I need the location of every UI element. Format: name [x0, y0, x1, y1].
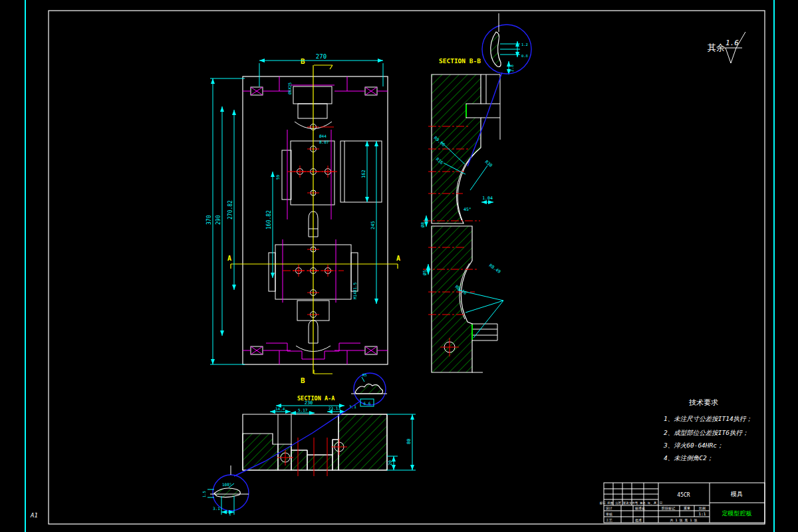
stage-label: 阶段标记: [662, 506, 675, 511]
svg-text:3.1: 3.1: [213, 506, 220, 511]
svg-text:45°: 45°: [464, 207, 471, 212]
dim-left-2: 290: [215, 215, 221, 225]
row-approve: 批准: [635, 518, 642, 523]
note-item-3: 3、淬火60-64HRc；: [663, 442, 723, 449]
svg-text:1: 1: [229, 511, 231, 516]
surface-prefix: 其余: [708, 43, 725, 53]
section-aa-view: SECTION A-A 230 14.4 5.17 23.13 8: [243, 395, 416, 476]
section-bb-title: SECTION B-B: [439, 57, 481, 65]
section-a-right-label: A: [396, 255, 400, 262]
title-block: 标记 处数 分区 更改文件号 签名 年、月、日 设计 标准化 审核 工艺 批准 …: [599, 483, 765, 523]
svg-text:5.17: 5.17: [298, 408, 308, 412]
note-item-4: 4、未注倒角C2；: [664, 454, 713, 462]
dim-cavity-1: Ø44: [319, 134, 327, 138]
scale-value: 1:1: [699, 511, 706, 516]
section-a-left-label: A: [227, 255, 231, 262]
company-name: 模具: [730, 491, 743, 497]
section-b-bottom-label: B: [301, 376, 305, 385]
row-std: 标准化: [634, 506, 645, 511]
svg-text:20: 20: [388, 460, 393, 466]
section-bb-view: SECTION B-B Ø8 Ø5 1.04 45° R9.66: [420, 57, 514, 372]
section-aa-title: SECTION A-A: [297, 395, 334, 402]
dim-left-4: 160.82: [266, 210, 272, 229]
svg-text:R8.49: R8.49: [488, 263, 502, 275]
main-view: B B A A 270 370 290 270.82 160.82 162 24…: [206, 53, 400, 385]
dim-thread: M14X1.5: [352, 282, 357, 299]
inner-border: [49, 11, 765, 524]
svg-text:1.04: 1.04: [482, 196, 493, 201]
svg-text:R5: R5: [362, 373, 367, 377]
dim-insert: Ø6X25: [287, 82, 292, 94]
rev-header: 标记 处数 分区 更改文件号 签名 年、月、日: [599, 501, 663, 505]
main-view-dimensions: 270 370 290 270.82 160.82 162 245 Ø44 8.…: [206, 53, 383, 364]
row-check: 审核: [606, 512, 612, 516]
cavity-geometry: [266, 85, 382, 359]
dim-left-3: 270.82: [227, 200, 233, 219]
tech-notes: 技术要求 1、未注尺寸公差按IT14执行； 2、成型部位公差按IT6执行； 3、…: [663, 398, 752, 462]
section-b-top-label: B: [301, 57, 305, 66]
svg-text:80: 80: [406, 439, 412, 444]
svg-text:230: 230: [305, 400, 313, 406]
row-process: 工艺: [606, 518, 612, 522]
sheet-info: 共 1 张 第 1 张: [670, 518, 697, 523]
dim-right-2: 245: [370, 221, 376, 229]
dim-right-1: 162: [361, 170, 366, 178]
gate-profile: [491, 32, 501, 66]
svg-text:2.8: 2.8: [509, 65, 514, 72]
svg-text:6.6: 6.6: [364, 401, 371, 406]
weight-label: 重量: [684, 506, 690, 510]
gate-profile: [355, 384, 383, 394]
svg-text:14.4: 14.4: [275, 406, 285, 411]
dim-top-width: 270: [316, 53, 327, 60]
svg-text:Ø5: Ø5: [422, 270, 428, 275]
note-item-2: 2、成型部位公差按IT6执行；: [664, 429, 748, 436]
gate-profile: [214, 488, 240, 497]
surface-finish-icon: 其余 1.6: [708, 32, 745, 63]
part-name: 定模型腔板: [722, 510, 752, 517]
roughness-symbol: [724, 32, 745, 63]
svg-text:Ø8: Ø8: [420, 222, 426, 227]
note-item-1: 1、未注尺寸公差按IT14执行；: [664, 415, 752, 422]
detail-balloon-bottom: 108° 3.1 1 1.5: [202, 466, 249, 516]
dim-pocket: 59: [275, 174, 280, 180]
svg-text:0.8: 0.8: [521, 54, 528, 58]
dim-left-1: 370: [206, 215, 212, 225]
material-value: 45CR: [677, 492, 690, 498]
svg-text:23.13: 23.13: [329, 406, 340, 410]
svg-text:1.2: 1.2: [521, 43, 528, 47]
drawing-canvas: A1 其余 1.6: [0, 0, 798, 532]
sheet-border: A1: [25, 0, 774, 532]
sheet-format-label: A1: [30, 512, 38, 519]
svg-text:108°: 108°: [222, 482, 231, 487]
svg-text:R38: R38: [484, 159, 493, 168]
scale-label: 比例: [699, 506, 706, 511]
bb-hatch-bottom: [432, 226, 472, 372]
row-design: 设计: [605, 506, 612, 510]
svg-text:1.5: 1.5: [202, 491, 206, 497]
dim-cavity-2: 8.07: [319, 140, 329, 144]
notes-title: 技术要求: [689, 398, 718, 407]
